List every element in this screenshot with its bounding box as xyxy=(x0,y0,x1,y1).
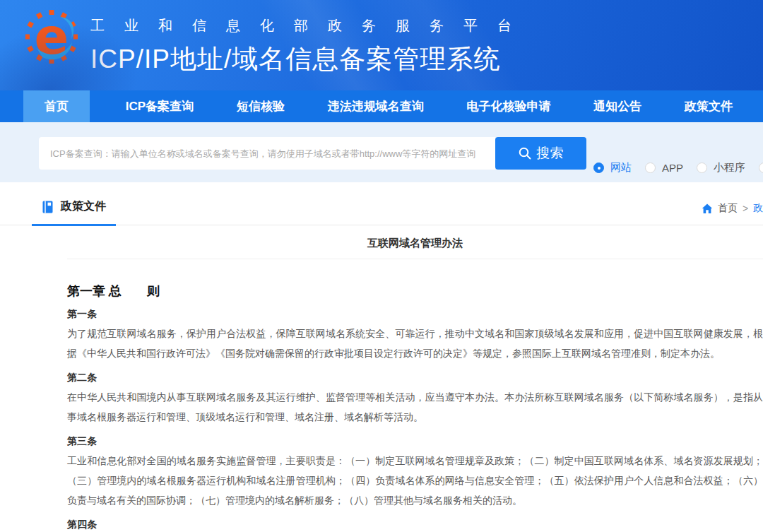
article-body: 为了规范互联网域名服务，保护用户合法权益，保障互联网域名系统安全、可靠运行，推动… xyxy=(67,324,763,363)
radio-unselected-icon xyxy=(759,162,763,173)
nav-item-home[interactable]: 首页 xyxy=(23,90,90,122)
article: 第二条 在中华人民共和国境内从事互联网域名服务及其运行维护、监督管理等相关活动，… xyxy=(67,370,763,427)
radio-quickapp[interactable]: 快应用 xyxy=(759,161,763,175)
search-band: 搜索 网站 APP 小程序 快应用 xyxy=(0,122,763,182)
radio-unselected-icon xyxy=(645,162,656,173)
radio-website[interactable]: 网站 xyxy=(593,161,632,175)
section-bar: 政策文件 首页 > 政策文件 xyxy=(0,182,763,225)
breadcrumb: 首页 > 政策文件 xyxy=(702,202,763,215)
article-body: 工业和信息化部对全国的域名服务实施监督管理，主要职责是：（一）制定互联网域名管理… xyxy=(67,451,763,510)
chapter-heading: 第一章 总 则 xyxy=(67,283,763,300)
miit-logo-icon: e xyxy=(25,7,78,72)
nav-item-illegal-domain-query[interactable]: 违法违规域名查询 xyxy=(321,90,431,122)
breadcrumb-current: 政策文件 xyxy=(753,202,763,215)
section-title-policy-files: 政策文件 xyxy=(32,199,116,226)
article-heading: 第四条 xyxy=(67,517,763,531)
page-header: e 工业和信息化部政务服务平台 ICP/IP地址/域名信息备案管理系统 xyxy=(0,0,763,90)
magnifier-icon xyxy=(519,147,531,160)
home-icon xyxy=(702,203,713,214)
radio-unselected-icon xyxy=(697,162,707,173)
nav-item-policy-files[interactable]: 政策文件 xyxy=(678,90,740,122)
book-icon xyxy=(42,201,54,213)
system-title: ICP/IP地址/域名信息备案管理系统 xyxy=(90,42,531,77)
nav-item-icp-query[interactable]: ICP备案查询 xyxy=(119,90,201,122)
nav-item-notices[interactable]: 通知公告 xyxy=(586,90,649,122)
nav-item-sms-verify[interactable]: 短信核验 xyxy=(230,90,292,122)
article: 第一条 为了规范互联网域名服务，保护用户合法权益，保障互联网域名系统安全、可靠运… xyxy=(67,307,763,363)
article-heading: 第二条 xyxy=(67,370,763,384)
policy-document: 互联网域名管理办法 第一章 总 则 第一条 为了规范互联网域名服务，保护用户合法… xyxy=(67,237,763,532)
document-title: 互联网域名管理办法 xyxy=(67,237,763,259)
radio-miniprogram[interactable]: 小程序 xyxy=(697,161,745,175)
content-area: 政策文件 首页 > 政策文件 互联网域名管理办法 第一章 总 则 第一条 为了规… xyxy=(0,182,763,532)
article-heading: 第一条 xyxy=(67,307,763,321)
article: 第三条 工业和信息化部对全国的域名服务实施监督管理，主要职责是：（一）制定互联网… xyxy=(67,434,763,510)
search-button-label: 搜索 xyxy=(537,144,564,162)
search-input[interactable] xyxy=(39,137,495,170)
article: 第四条 各省、自治区、直辖市通信管理局对本行政区域内的域名服务实施监督管理，主要… xyxy=(67,517,763,532)
section-title-label: 政策文件 xyxy=(61,199,106,214)
svg-text:e: e xyxy=(35,7,69,66)
radio-app[interactable]: APP xyxy=(645,162,683,174)
radio-selected-icon xyxy=(593,162,604,173)
article-heading: 第三条 xyxy=(67,434,763,448)
search-type-options: 网站 APP 小程序 快应用 xyxy=(593,161,763,175)
platform-title: 工业和信息化部政务服务平台 xyxy=(90,16,531,35)
article-body: 在中华人民共和国境内从事互联网域名服务及其运行维护、监督管理等相关活动，应当遵守… xyxy=(67,387,763,427)
search-button[interactable]: 搜索 xyxy=(495,137,586,170)
nav-item-e-verify-apply[interactable]: 电子化核验申请 xyxy=(459,90,557,122)
breadcrumb-home-link[interactable]: 首页 xyxy=(718,202,738,215)
breadcrumb-separator: > xyxy=(743,203,748,214)
main-nav: 首页 ICP备案查询 短信核验 违法违规域名查询 电子化核验申请 通知公告 政策… xyxy=(0,90,763,122)
